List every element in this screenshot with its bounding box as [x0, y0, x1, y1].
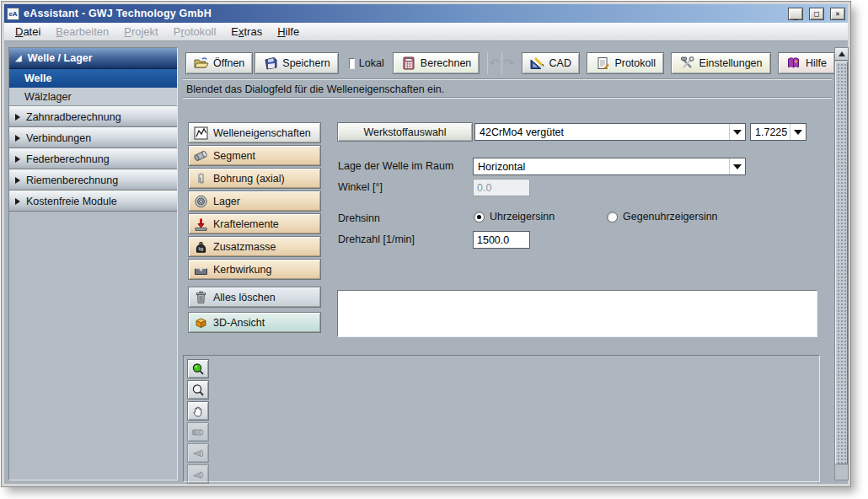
folder-open-icon — [194, 56, 209, 71]
tools-icon — [679, 56, 694, 71]
app-icon: eA — [7, 8, 19, 20]
sidebar-group-kostenfreie-module[interactable]: Kostenfreie Module — [9, 190, 177, 212]
sidebar-group-riemenberechnung[interactable]: Riemenberechnung — [9, 169, 177, 190]
menu-datei[interactable]: Datei — [8, 24, 47, 40]
arrow-up-icon — [839, 51, 845, 56]
notch-icon — [193, 262, 208, 276]
cad-ruler-pen-icon — [530, 56, 545, 71]
undo-button: ↶ — [487, 52, 501, 74]
menu-bar: Datei Bearbeiten Projekt Protokoll Extra… — [4, 23, 848, 41]
hand-icon — [191, 405, 205, 418]
magnifier-icon — [191, 384, 206, 397]
kraftelemente-button[interactable]: Kraftelemente — [188, 213, 321, 234]
scrollbar-thumb[interactable] — [835, 62, 848, 464]
orientation-label: Lage der Welle im Raum — [338, 160, 453, 172]
toolbar: Öffnen Speichern Lokal Berechnen — [185, 51, 837, 75]
sidebar-item-welle[interactable]: Welle — [9, 69, 177, 88]
sidebar-group-zahnradberechnung[interactable]: Zahnradberechnung — [9, 106, 177, 127]
segment-button[interactable]: Segment — [188, 145, 321, 166]
sidebar-group-welle-lager[interactable]: ◢ Welle / Lager — [9, 48, 177, 69]
content-area: ◢ Welle / Lager Welle Wälzlager Zahnradb… — [4, 41, 848, 484]
weight-kg-icon: kg — [193, 239, 208, 254]
magnifier-green-icon — [191, 362, 206, 376]
shaft-graphics-panel[interactable] — [183, 355, 820, 482]
lager-button[interactable]: Lager — [188, 190, 321, 212]
chart-icon — [193, 126, 208, 140]
welleneigenschaften-button[interactable]: Welleneigenschaften — [188, 122, 321, 143]
undo-icon: ↶ — [490, 56, 501, 71]
book-help-icon — [786, 56, 801, 71]
document-report-icon — [595, 56, 610, 71]
floppy-disk-icon — [263, 56, 278, 71]
sidebar-item-waelzlager[interactable]: Wälzlager — [9, 88, 177, 106]
speed-field[interactable] — [473, 231, 530, 249]
minimize-button[interactable]: _ — [788, 8, 803, 20]
window-title: eAssistant - GWJ Technology GmbH — [24, 8, 212, 19]
sidebar-group-federberechnung[interactable]: Federberechnung — [9, 148, 177, 169]
scrollbar-up-button[interactable] — [835, 48, 848, 61]
redo-icon: ↷ — [504, 56, 515, 71]
angle-field — [473, 179, 530, 196]
werkstoffauswahl-button[interactable]: Werkstoffauswahl — [337, 122, 473, 142]
drill-spiral-icon — [193, 171, 208, 185]
pan-hand-button[interactable] — [187, 401, 209, 421]
rotation-option-ccw[interactable]: Gegenuhrzeigersinn — [607, 211, 718, 223]
title-bar: eA eAssistant - GWJ Technology GmbH _ □ … — [4, 4, 848, 23]
collapsed-triangle-icon — [15, 177, 20, 184]
menu-hilfe[interactable]: Hilfe — [271, 24, 306, 40]
radio-uhrzeigersinn[interactable] — [474, 212, 485, 223]
zoom-button[interactable] — [187, 380, 209, 400]
chevron-down-icon[interactable] — [729, 158, 745, 174]
rotation-option-cw[interactable]: Uhrzeigersinn — [474, 211, 555, 223]
chevron-down-icon[interactable] — [729, 124, 745, 140]
cad-button[interactable]: CAD — [522, 52, 580, 74]
kerbwirkung-button[interactable]: Kerbwirkung — [188, 259, 321, 280]
help-button[interactable]: Hilfe — [778, 52, 835, 74]
zusatzmasse-button[interactable]: kg Zusatzmasse — [188, 236, 321, 257]
maximize-button[interactable]: □ — [809, 8, 824, 20]
message-area[interactable] — [337, 290, 817, 337]
save-button[interactable]: Speichern — [255, 52, 338, 74]
alles-loeschen-button[interactable]: Alles löschen — [188, 287, 321, 308]
bohrung-axial-button[interactable]: Bohrung (axial) — [188, 168, 321, 189]
force-arrow-icon — [193, 217, 208, 231]
toolbar-separator — [183, 78, 832, 80]
main-panel: Öffnen Speichern Lokal Berechnen — [183, 41, 837, 484]
collapsed-triangle-icon — [15, 135, 20, 142]
vertical-scrollbar[interactable] — [834, 47, 849, 480]
cylinder-view-icon — [191, 426, 206, 439]
calculate-button[interactable]: Berechnen — [393, 52, 480, 74]
material-number-combobox[interactable]: 1.7225 — [750, 123, 806, 141]
report-button[interactable]: Protokoll — [587, 52, 664, 74]
cone-view-icon — [191, 447, 206, 460]
status-text: Blendet das Dialogfeld für die Welleneig… — [186, 83, 444, 95]
speed-label: Drehzahl [1/min] — [338, 233, 415, 245]
menu-bearbeiten: Bearbeiten — [49, 24, 115, 40]
menu-extras[interactable]: Extras — [224, 24, 269, 40]
zoom-area-button[interactable] — [187, 359, 209, 378]
cylinder-icon — [193, 148, 208, 163]
open-button[interactable]: Öffnen — [185, 52, 253, 74]
collapsed-triangle-icon — [15, 114, 20, 121]
shaft-tool-stack: Welleneigenschaften Segment Bohrung (axi… — [188, 122, 321, 335]
menu-projekt: Projekt — [117, 24, 164, 40]
calculator-icon — [401, 56, 416, 71]
view-cylinder-button — [187, 422, 209, 442]
collapsed-triangle-icon — [15, 198, 20, 205]
redo-button: ↷ — [501, 52, 516, 74]
chevron-down-icon[interactable] — [790, 124, 806, 140]
svg-text:kg: kg — [198, 245, 203, 250]
view-cone-left-button — [187, 443, 209, 463]
expanded-triangle-icon: ◢ — [15, 54, 22, 62]
settings-button[interactable]: Einstellungen — [671, 52, 770, 74]
cone-view-icon — [191, 468, 206, 481]
close-button[interactable]: ✕ — [830, 8, 845, 20]
rotation-label: Drehsinn — [338, 212, 380, 224]
sidebar-group-verbindungen[interactable]: Verbindungen — [9, 127, 177, 148]
local-checkbox[interactable] — [349, 58, 355, 69]
orientation-combobox[interactable]: Horizontal — [473, 158, 746, 175]
radio-gegenuhrzeigersinn[interactable] — [607, 212, 618, 223]
3d-ansicht-button[interactable]: 3D-Ansicht — [188, 312, 321, 333]
material-combobox[interactable]: 42CrMo4 vergütet — [474, 123, 746, 141]
bearing-icon — [193, 194, 208, 208]
